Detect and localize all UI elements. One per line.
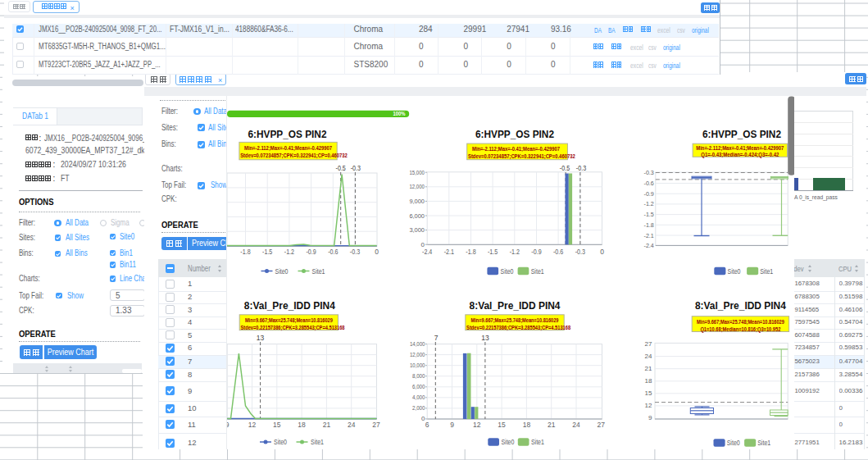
svg-text:18: 18 [522,421,530,429]
svg-text:6,000: 6,000 [409,212,425,220]
svg-text:8:Val_Pre_IDD PIN4: 8:Val_Pre_IDD PIN4 [694,299,786,312]
svg-text:12: 12 [248,421,256,429]
svg-text:Min=-2.112;Max=-0.41;Mean=-0.4: Min=-2.112;Max=-0.41;Mean=-0.429907 [696,145,784,152]
svg-text:12,000: 12,000 [409,351,425,358]
svg-text:Stdev=0.22157386;CPK=3.285543;: Stdev=0.22157386;CPK=3.285543;CP=4.51316… [466,325,570,331]
svg-text:9: 9 [648,414,652,421]
svg-text:27: 27 [372,421,380,429]
svg-text:4,000: 4,000 [412,394,425,401]
svg-text:-1.2: -1.2 [284,248,294,256]
svg-text:-0.5: -0.5 [335,164,346,172]
svg-text:27: 27 [644,340,652,348]
svg-text:Min=9.667;Max=25.748;Mean=10.8: Min=9.667;Max=25.748;Mean=10.816029 [244,317,332,324]
svg-text:15: 15 [644,389,652,397]
svg-text:-0.9: -0.9 [531,248,542,256]
svg-text:-0.5: -0.5 [559,164,570,172]
svg-text:Site0: Site0 [275,267,288,276]
svg-text:21: 21 [644,365,652,372]
svg-text:-1.5: -1.5 [262,248,273,256]
svg-text:-2.4: -2.4 [422,248,433,256]
svg-text:-0.3: -0.3 [350,164,361,172]
svg-text:-1.8: -1.8 [240,248,251,256]
svg-text:Q1=-0.43;Median=-0.424;Q3=-0.4: Q1=-0.43;Median=-0.424;Q3=-0.42 [701,152,779,158]
svg-text:Stdev=0.22157386;CPK=3.285543;: Stdev=0.22157386;CPK=3.285543;CP=4.51316… [240,325,344,331]
svg-text:24: 24 [572,421,580,429]
svg-text:18: 18 [298,421,306,429]
svg-text:-0.6: -0.6 [552,248,563,256]
svg-text:-2.4: -2.4 [643,242,654,249]
svg-text:-1.5: -1.5 [643,211,654,218]
svg-text:6: 6 [425,421,429,429]
svg-text:Site1: Site1 [760,267,773,276]
svg-text:Site0: Site0 [727,267,740,276]
svg-text:-1.8: -1.8 [466,248,476,256]
svg-text:Site1: Site1 [311,267,325,276]
svg-text:-0.3: -0.3 [643,169,654,176]
svg-text:6:HVPP_OS PIN2: 6:HVPP_OS PIN2 [475,128,554,140]
svg-text:-2.1: -2.1 [643,232,654,239]
svg-text:Min=9.667;Max=25.748;Mean=10.8: Min=9.667;Max=25.748;Mean=10.816029 [696,319,784,326]
svg-text:15,000: 15,000 [409,169,425,176]
svg-text:6:HVPP_OS PIN2: 6:HVPP_OS PIN2 [702,128,781,140]
svg-text:-0.9: -0.9 [306,248,316,256]
svg-text:Q1=10.68;Median=10.816;Q3=10.9: Q1=10.68;Median=10.816;Q3=10.952 [700,326,780,333]
svg-text:14,000: 14,000 [409,340,425,348]
svg-text:-1.5: -1.5 [487,248,498,256]
svg-text:-0.6: -0.6 [328,248,339,256]
svg-text:12,000: 12,000 [409,183,425,190]
svg-text:13: 13 [481,334,489,342]
svg-text:-0.6: -0.6 [643,180,654,187]
svg-text:-0.3: -0.3 [575,164,586,172]
svg-text:Site0: Site0 [501,438,514,446]
svg-text:15: 15 [498,421,506,429]
svg-text:-2.1: -2.1 [443,248,454,256]
svg-text:Site1: Site1 [530,438,543,446]
svg-text:-1.2: -1.2 [643,200,654,207]
svg-text:21: 21 [547,421,555,429]
svg-text:Site1: Site1 [530,267,543,276]
svg-text:9: 9 [450,421,454,429]
svg-text:13: 13 [256,334,264,342]
svg-text:8,000: 8,000 [412,372,425,380]
svg-text:-0.9: -0.9 [643,190,654,198]
svg-text:15: 15 [273,421,281,429]
svg-text:-0.3: -0.3 [575,248,585,256]
svg-text:24: 24 [347,421,355,429]
svg-text:12: 12 [473,421,481,429]
svg-text:0: 0 [600,248,604,256]
svg-text:Site0: Site0 [500,267,513,276]
svg-text:Site0: Site0 [726,439,739,447]
svg-text:Min=9.667;Max=25.748;Mean=10.8: Min=9.667;Max=25.748;Mean=10.816029 [470,317,558,324]
svg-text:8:Val_Pre_IDD PIN4: 8:Val_Pre_IDD PIN4 [243,299,335,312]
svg-text:-0.3: -0.3 [349,248,360,256]
svg-text:3,000: 3,000 [409,226,425,234]
svg-text:6,000: 6,000 [412,383,425,390]
svg-text:6:HVPP_OS PIN2: 6:HVPP_OS PIN2 [248,128,326,140]
svg-text:0: 0 [375,248,379,256]
svg-text:Site1: Site1 [311,438,324,446]
svg-text:7: 7 [434,334,438,342]
svg-text:21: 21 [322,421,330,429]
svg-text:-1.2: -1.2 [509,248,520,256]
svg-text:Stdev=0.07234857;CPK=0.322941;: Stdev=0.07234857;CPK=0.322941;CP=0.46073… [468,153,575,160]
svg-text:27: 27 [597,421,605,429]
svg-text:10,000: 10,000 [409,362,425,369]
svg-text:Site0: Site0 [274,438,287,446]
svg-text:12: 12 [644,402,652,409]
svg-text:Stdev=0.07234857;CPK=0.322941;: Stdev=0.07234857;CPK=0.322941;CP=0.46073… [240,153,348,159]
svg-text:Min=-2.112;Max=-0.41;Mean=-0.4: Min=-2.112;Max=-0.41;Mean=-0.429907 [472,146,560,153]
svg-text:8:Val_Pre_IDD PIN4: 8:Val_Pre_IDD PIN4 [469,299,561,312]
svg-text:-1.8: -1.8 [643,221,654,229]
svg-text:2,000: 2,000 [412,404,425,412]
svg-text:100%: 100% [393,111,405,116]
svg-text:18: 18 [644,377,652,385]
svg-text:Min=-2.112;Max=-0.41;Mean=-0.4: Min=-2.112;Max=-0.41;Mean=-0.429907 [244,145,332,152]
svg-text:9,000: 9,000 [409,198,425,205]
svg-text:24: 24 [644,353,652,360]
svg-text:9: 9 [227,421,229,429]
svg-text:Site1: Site1 [757,439,770,447]
